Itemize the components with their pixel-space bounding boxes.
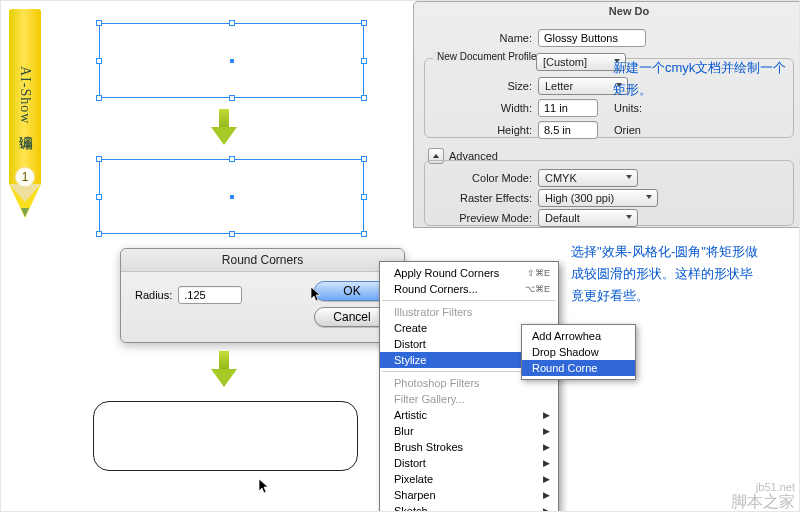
handle [361,20,367,26]
menu-artistic[interactable]: Artistic▶ [380,407,558,423]
handle [96,231,102,237]
instruction-2: 选择"效果-风格化-圆角"将矩形做成较圆滑的形状。这样的形状毕竟更好看些。 [571,241,761,307]
menu-group-illustrator: Illustrator Filters [380,304,558,320]
selected-rectangle-2 [99,159,364,234]
menu-distort-ps[interactable]: Distort▶ [380,455,558,471]
handle [229,20,235,26]
radius-input[interactable] [178,286,242,304]
menu-sketch[interactable]: Sketch▶ [380,503,558,512]
menu-filter-gallery: Filter Gallery... [380,391,558,407]
handle [96,20,102,26]
raster-label: Raster Effects: [450,192,538,204]
filter-menu: Apply Round Corners⇧⌘E Round Corners...⌥… [379,261,559,512]
new-document-panel: New Do Name: New Document Profile: [Cust… [413,1,800,228]
menu-pixelate[interactable]: Pixelate▶ [380,471,558,487]
round-corners-dialog: Round Corners Radius: OK Cancel [120,248,405,343]
width-input[interactable] [538,99,598,117]
units-label: Units: [598,102,642,114]
height-input[interactable] [538,121,598,139]
pencil-body: AI-Show编译 [9,9,41,184]
pencil-lead [21,208,29,217]
submenu-drop-shadow[interactable]: Drop Shadow [522,344,635,360]
preview-select[interactable]: Default [538,209,638,227]
name-label: Name: [462,32,538,44]
arrow-down-icon [211,351,237,391]
menu-last-filter[interactable]: Round Corners...⌥⌘E [380,281,558,297]
menu-brush-strokes[interactable]: Brush Strokes▶ [380,439,558,455]
submenu-add-arrowheads[interactable]: Add Arrowhea [522,328,635,344]
watermark: jb51.net 脚本之家 [731,481,795,511]
radius-label: Radius: [135,289,178,301]
handle [96,156,102,162]
arrow-down-icon [211,109,237,149]
instruction-1: 新建一个cmyk文档并绘制一个矩形。 [613,57,788,101]
menu-apply-last[interactable]: Apply Round Corners⇧⌘E [380,265,558,281]
handle [361,58,367,64]
center-handle [230,59,234,63]
dialog-title: Round Corners [121,249,404,272]
handle [229,95,235,101]
height-label: Height: [462,124,538,136]
panel-title: New Do [414,3,800,19]
handle [229,231,235,237]
handle [96,194,102,200]
pencil-badge: AI-Show编译 1 [9,9,41,229]
name-input[interactable] [538,29,646,47]
preview-label: Preview Mode: [450,212,538,224]
handle [361,194,367,200]
raster-select[interactable]: High (300 ppi) [538,189,658,207]
stylize-submenu: Add Arrowhea Drop Shadow Round Corne [521,324,636,380]
profile-legend: New Document Profile: [433,51,543,62]
selected-rectangle-1 [99,23,364,98]
menu-blur[interactable]: Blur▶ [380,423,558,439]
width-label: Width: [462,102,538,114]
colormode-label: Color Mode: [450,172,538,184]
handle [361,95,367,101]
handle [96,95,102,101]
colormode-select[interactable]: CMYK [538,169,638,187]
handle [96,58,102,64]
rounded-rectangle [93,401,358,471]
step-number: 1 [15,167,35,187]
orient-label: Orien [598,124,641,136]
handle [229,156,235,162]
cursor-icon [259,479,271,495]
handle [361,156,367,162]
size-label: Size: [462,80,538,92]
menu-sharpen[interactable]: Sharpen▶ [380,487,558,503]
cursor-icon [311,287,323,303]
submenu-round-corners[interactable]: Round Corne [522,360,635,376]
handle [361,231,367,237]
center-handle [230,195,234,199]
